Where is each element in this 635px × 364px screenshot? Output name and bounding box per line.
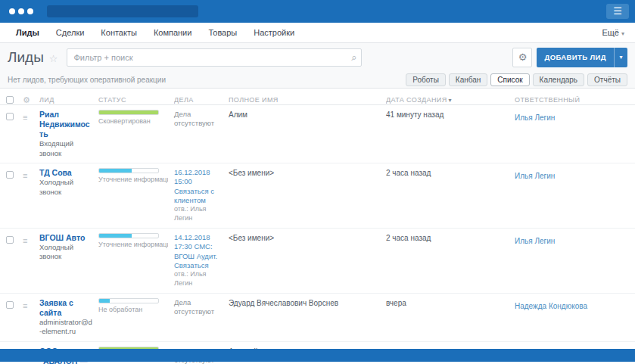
status-label: Сконвертирован bbox=[98, 117, 168, 125]
status-bar bbox=[98, 298, 159, 303]
view-calendar[interactable]: Календарь bbox=[533, 73, 584, 86]
gear-icon: ⚙ bbox=[518, 51, 528, 63]
full-name: Эдуард Вячеславович Ворснев bbox=[229, 294, 386, 313]
reaction-message: Нет лидов, требующих оперативной реакции bbox=[8, 76, 166, 84]
responsible-link[interactable]: Илья Легин bbox=[515, 172, 555, 180]
add-lead-button[interactable]: ДОБАВИТЬ ЛИД ▾ bbox=[537, 48, 627, 67]
add-lead-dropdown[interactable]: ▾ bbox=[614, 48, 627, 67]
topbar-search-area[interactable] bbox=[47, 5, 198, 17]
logo-dots-icon bbox=[9, 8, 33, 14]
created-date: 2 часа назад bbox=[386, 163, 515, 182]
nav-more-menu[interactable]: Ещё▾ bbox=[602, 28, 627, 37]
view-robots[interactable]: Роботы bbox=[406, 73, 446, 86]
status-label: Уточнение информации bbox=[98, 241, 168, 248]
col-responsible[interactable]: ОТВЕТСТВЕННЫЙ bbox=[515, 96, 635, 104]
lead-title-link[interactable]: ТД Сова bbox=[39, 168, 92, 178]
filter-search-input[interactable] bbox=[67, 48, 362, 67]
row-checkbox[interactable] bbox=[6, 171, 14, 179]
chevron-down-icon: ▾ bbox=[621, 30, 624, 37]
footer-bar bbox=[0, 349, 635, 362]
tab-deals[interactable]: Сделки bbox=[48, 28, 93, 37]
tab-companies[interactable]: Компании bbox=[145, 28, 201, 37]
activity-text: Дела отсутствуют bbox=[174, 298, 223, 317]
full-name: Алим bbox=[229, 105, 386, 124]
col-activities[interactable]: ДЕЛА bbox=[174, 96, 229, 104]
subheader: Нет лидов, требующих оперативной реакции… bbox=[0, 72, 635, 89]
status-bar bbox=[98, 233, 159, 238]
table-body: ≡ Риал НедвижимостьВходящий звонок Сконв… bbox=[0, 105, 635, 364]
topbar: ☰ bbox=[0, 0, 635, 23]
lead-subtitle: administrator@d-element.ru bbox=[39, 318, 92, 337]
row-menu-icon[interactable]: ≡ bbox=[23, 171, 27, 180]
sort-desc-icon: ▾ bbox=[449, 97, 452, 104]
main-nav: Лиды Сделки Контакты Компании Товары Нас… bbox=[0, 23, 635, 43]
responsible-link[interactable]: Илья Легин bbox=[515, 114, 555, 122]
responsible-link[interactable]: Илья Легин bbox=[515, 237, 555, 245]
created-date: 2 часа назад bbox=[386, 229, 515, 247]
search-icon: ⌕ bbox=[351, 51, 356, 64]
view-kanban[interactable]: Канбан bbox=[449, 73, 488, 86]
row-menu-icon[interactable]: ≡ bbox=[23, 301, 27, 310]
row-checkbox[interactable] bbox=[6, 113, 14, 120]
lead-subtitle: Холодный звонок bbox=[39, 178, 92, 197]
full-name: <Без имени> bbox=[229, 229, 386, 247]
page-header: Лиды ☆ ⌕ ⚙ ДОБАВИТЬ ЛИД ▾ bbox=[0, 43, 635, 72]
tab-products[interactable]: Товары bbox=[200, 28, 245, 37]
table-row[interactable]: ≡ ТД СоваХолодный звонок Уточнение инфор… bbox=[0, 163, 635, 229]
col-created[interactable]: ДАТА СОЗДАНИЯ▾ bbox=[386, 96, 515, 104]
settings-gear-button[interactable]: ⚙ bbox=[512, 48, 532, 67]
status-bar bbox=[98, 110, 159, 115]
crm-leads-page: ☰ Лиды Сделки Контакты Компании Товары Н… bbox=[0, 0, 635, 364]
col-status[interactable]: СТАТУС bbox=[98, 96, 174, 104]
created-date: 41 минуту назад bbox=[386, 105, 515, 124]
view-reports[interactable]: Отчёты bbox=[587, 73, 627, 86]
chevron-down-icon: ▾ bbox=[619, 54, 622, 61]
row-checkbox[interactable] bbox=[6, 301, 14, 309]
activity-text: Дела отсутствуют bbox=[174, 110, 223, 129]
responsible-link[interactable]: Надежда Кондюкова bbox=[515, 302, 587, 310]
col-lead[interactable]: ЛИД bbox=[39, 96, 98, 104]
table-row[interactable]: ≡ Риал НедвижимостьВходящий звонок Сконв… bbox=[0, 105, 635, 163]
row-menu-icon[interactable]: ≡ bbox=[23, 236, 27, 245]
filter-search: ⌕ bbox=[67, 48, 362, 67]
lead-subtitle: Холодный звонок bbox=[39, 243, 92, 262]
lead-title-link[interactable]: ВГОШ Авто bbox=[39, 233, 92, 243]
status-label: Уточнение информации bbox=[98, 176, 168, 183]
lead-title-link[interactable]: Заявка с сайта bbox=[39, 298, 92, 318]
row-menu-icon[interactable]: ≡ bbox=[23, 113, 27, 122]
lead-title-link[interactable]: Риал Недвижимость bbox=[39, 110, 92, 139]
table-header: ⚙ ЛИД СТАТУС ДЕЛА ПОЛНОЕ ИМЯ ДАТА СОЗДАН… bbox=[0, 89, 635, 105]
activity-link[interactable]: 14.12.2018 17:30 СМС: ВГОШ Аудит. Связат… bbox=[174, 233, 223, 270]
activity-sub: отв.: Илья Легин bbox=[174, 270, 223, 288]
view-list[interactable]: Список bbox=[490, 73, 529, 86]
lead-subtitle: Входящий звонок bbox=[39, 139, 92, 158]
full-name: <Без имени> bbox=[229, 163, 386, 182]
row-checkbox[interactable] bbox=[6, 236, 14, 244]
tab-settings[interactable]: Настройки bbox=[245, 28, 303, 37]
tab-leads[interactable]: Лиды bbox=[8, 28, 48, 37]
hamburger-icon: ☰ bbox=[613, 5, 622, 17]
col-full-name[interactable]: ПОЛНОЕ ИМЯ bbox=[229, 96, 386, 104]
created-date: вчера bbox=[386, 294, 515, 313]
hamburger-menu-button[interactable]: ☰ bbox=[606, 4, 629, 19]
select-all-checkbox[interactable] bbox=[6, 96, 14, 104]
page-title: Лиды bbox=[8, 49, 44, 66]
favorite-star-icon[interactable]: ☆ bbox=[49, 53, 58, 64]
tab-contacts[interactable]: Контакты bbox=[92, 28, 145, 37]
status-label: Не обработан bbox=[98, 306, 168, 313]
add-lead-label: ДОБАВИТЬ ЛИД bbox=[537, 48, 614, 67]
activity-sub: отв.: Илья Легин bbox=[174, 205, 223, 222]
activity-link[interactable]: 16.12.2018 15:00 Связаться с клиентом bbox=[174, 168, 223, 205]
table-row[interactable]: ≡ Заявка с сайтаadministrator@d-element.… bbox=[0, 294, 635, 342]
view-switcher: Роботы Канбан Список Календарь Отчёты bbox=[406, 73, 627, 86]
status-bar bbox=[98, 168, 159, 173]
table-row[interactable]: ≡ ВГОШ АвтоХолодный звонок Уточнение инф… bbox=[0, 229, 635, 294]
